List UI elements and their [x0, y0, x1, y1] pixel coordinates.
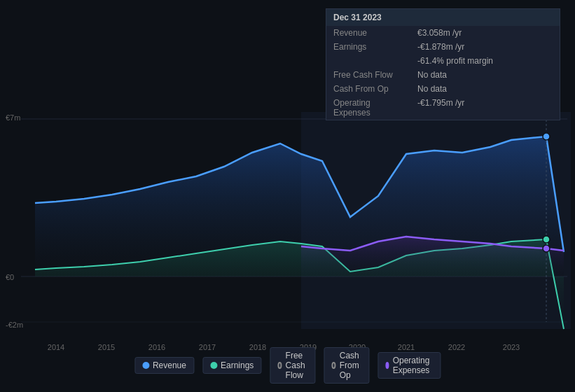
x-label-2015: 2015 — [98, 343, 115, 351]
tooltip-label-fcf: Free Cash Flow — [326, 68, 410, 82]
tooltip-value-earnings: -€1.878m /yr — [410, 40, 560, 54]
legend-item-earnings[interactable]: Earnings — [202, 357, 261, 374]
tooltip-label-cashfromop: Cash From Op — [326, 82, 410, 96]
legend-dot-revenue — [142, 362, 149, 369]
legend-label-revenue: Revenue — [153, 360, 186, 370]
y-label-0: €0 — [6, 273, 14, 281]
chart-container: €7m €0 -€2m 2014 2015 2016 2017 2018 201… — [0, 0, 575, 392]
svg-point-6 — [543, 236, 550, 243]
x-label-2023: 2023 — [503, 343, 520, 351]
legend-circle-fcf — [277, 362, 282, 369]
tooltip-value-margin: -61.4% profit margin — [410, 54, 560, 68]
tooltip-table: Revenue €3.058m /yr Earnings -€1.878m /y… — [326, 26, 560, 120]
tooltip-row-earnings: Earnings -€1.878m /yr — [326, 40, 560, 54]
legend-item-opex[interactable]: Operating Expenses — [377, 352, 441, 379]
x-label-2014: 2014 — [48, 343, 64, 351]
tooltip-row-cashfromop: Cash From Op No data — [326, 82, 560, 96]
y-label-7m: €7m — [6, 113, 20, 122]
tooltip-title: Dec 31 2023 — [326, 9, 560, 26]
legend-dot-opex — [385, 362, 389, 369]
legend-item-revenue[interactable]: Revenue — [134, 357, 194, 374]
tooltip-value-cashfromop: No data — [410, 82, 560, 96]
tooltip-row-opex: Operating Expenses -€1.795m /yr — [326, 96, 560, 120]
tooltip-value-revenue: €3.058m /yr — [410, 26, 560, 40]
legend-label-earnings: Earnings — [221, 360, 254, 370]
legend-item-fcf[interactable]: Free Cash Flow — [270, 347, 315, 384]
tooltip-row-fcf: Free Cash Flow No data — [326, 68, 560, 82]
tooltip-row-revenue: Revenue €3.058m /yr — [326, 26, 560, 40]
svg-point-7 — [543, 245, 550, 252]
tooltip-label-earnings: Earnings — [326, 40, 410, 54]
legend-dot-earnings — [210, 362, 217, 369]
tooltip-row-margin: -61.4% profit margin — [326, 54, 560, 68]
legend-label-fcf: Free Cash Flow — [286, 351, 308, 380]
legend: Revenue Earnings Free Cash Flow Cash Fro… — [134, 347, 441, 384]
tooltip-label-margin — [326, 54, 410, 68]
tooltip-value-fcf: No data — [410, 68, 560, 82]
legend-label-cashfromop: Cash From Op — [340, 351, 362, 380]
tooltip-card: Dec 31 2023 Revenue €3.058m /yr Earnings… — [326, 8, 560, 120]
svg-point-5 — [543, 133, 550, 140]
legend-item-cashfromop[interactable]: Cash From Op — [324, 347, 369, 384]
legend-circle-cashfromop — [331, 362, 335, 369]
tooltip-label-opex: Operating Expenses — [326, 96, 410, 120]
tooltip-value-opex: -€1.795m /yr — [410, 96, 560, 120]
tooltip-label-revenue: Revenue — [326, 26, 410, 40]
legend-label-opex: Operating Expenses — [393, 356, 433, 375]
y-label-neg2m: -€2m — [6, 321, 23, 329]
x-label-2022: 2022 — [448, 343, 465, 351]
